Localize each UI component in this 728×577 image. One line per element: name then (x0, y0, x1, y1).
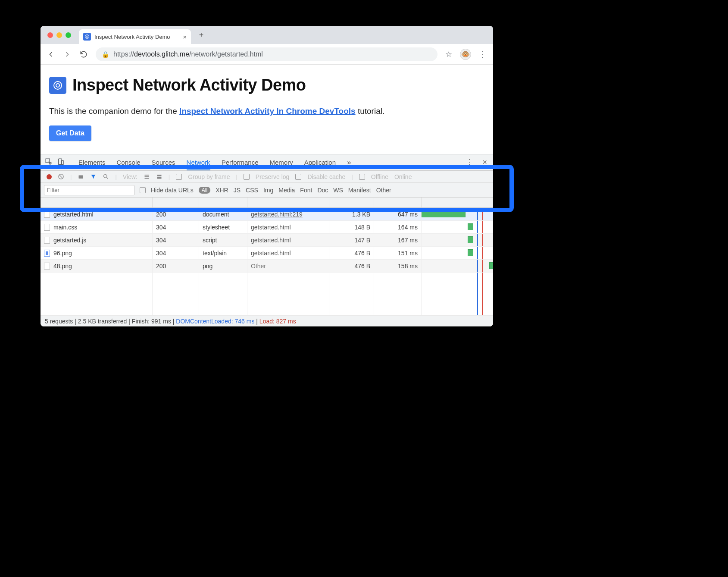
network-table-body: getstarted.html200documentgetstarted.htm… (41, 208, 493, 273)
devtools-close-icon[interactable]: × (482, 158, 487, 167)
row-type: document (203, 211, 229, 218)
row-initiator[interactable]: getstarted.html (251, 250, 291, 257)
summary-load: Load: 827 ms (259, 318, 296, 325)
filter-input[interactable] (44, 185, 134, 195)
network-table-header: Name Status Type Initiator Size Time Wat… (41, 198, 493, 208)
file-icon (44, 237, 50, 244)
table-row[interactable]: 48.png200pngOther476 B158 ms (41, 260, 493, 273)
back-button[interactable] (47, 50, 55, 59)
disable-cache-checkbox[interactable] (295, 174, 301, 180)
row-initiator[interactable]: getstarted.html (251, 237, 291, 244)
preserve-log-checkbox[interactable] (244, 174, 250, 180)
row-waterfall (422, 221, 493, 233)
summary-finish: Finish: 991 ms (132, 318, 171, 325)
page-intro: This is the companion demo for the Inspe… (49, 107, 484, 116)
row-time: 164 ms (398, 224, 418, 231)
row-time: 647 ms (398, 211, 418, 218)
inspect-element-icon[interactable] (45, 158, 53, 167)
hide-data-urls-checkbox[interactable] (140, 187, 146, 193)
page-logo-icon (49, 77, 66, 94)
reload-button[interactable] (79, 50, 88, 59)
clear-icon[interactable] (58, 173, 64, 180)
filter-category-js[interactable]: JS (234, 187, 241, 194)
filter-category-all[interactable]: All (199, 187, 210, 194)
tab-elements[interactable]: Elements (78, 159, 106, 166)
row-name: getstarted.js (53, 237, 86, 244)
browser-menu-icon[interactable]: ⋮ (479, 50, 487, 59)
devtools-menu-icon[interactable]: ⋮ (466, 158, 473, 167)
row-size: 476 B (354, 250, 370, 257)
filter-category-xhr[interactable]: XHR (216, 187, 228, 194)
tab-favicon-icon (83, 33, 91, 41)
filter-category-css[interactable]: CSS (246, 187, 258, 194)
tab-memory[interactable]: Memory (270, 159, 293, 166)
browser-tab[interactable]: Inspect Network Activity Demo × (79, 29, 191, 44)
tab-performance[interactable]: Performance (222, 159, 259, 166)
devtools-tab-bar: Elements Console Sources Network Perform… (41, 154, 493, 171)
forward-button[interactable] (63, 50, 72, 59)
offline-checkbox[interactable] (359, 174, 365, 180)
address-bar[interactable]: 🔒 https://devtools.glitch.me/network/get… (96, 47, 437, 61)
network-summary-bar: 5 requests | 2.5 KB transferred | Finish… (41, 316, 493, 326)
device-toggle-icon[interactable] (57, 158, 65, 167)
row-initiator[interactable]: getstarted.html (251, 224, 291, 231)
page-content: Inspect Network Activity Demo This is th… (41, 65, 493, 154)
svg-point-9 (104, 175, 107, 178)
group-by-frame-checkbox[interactable] (176, 174, 182, 180)
file-icon (44, 263, 50, 270)
filter-category-font[interactable]: Font (300, 187, 312, 194)
summary-dcl: DOMContentLoaded: 746 ms (176, 318, 254, 325)
row-waterfall (422, 234, 493, 246)
view-large-icon[interactable] (156, 173, 162, 180)
tab-close-icon[interactable]: × (183, 33, 187, 41)
table-row[interactable]: 96.png304text/plaingetstarted.html476 B1… (41, 247, 493, 260)
new-tab-button[interactable]: + (195, 29, 207, 41)
svg-rect-14 (157, 177, 161, 179)
bookmark-star-icon[interactable]: ☆ (445, 50, 452, 59)
camera-icon[interactable] (78, 173, 84, 180)
filter-category-manifest[interactable]: Manifest (348, 187, 371, 194)
col-header-status[interactable]: Status (153, 198, 199, 207)
tab-application[interactable]: Application (304, 159, 336, 166)
filter-category-doc[interactable]: Doc (317, 187, 328, 194)
tutorial-link[interactable]: Inspect Network Activity In Chrome DevTo… (179, 107, 356, 116)
row-status: 304 (156, 250, 166, 257)
row-waterfall (422, 247, 493, 259)
col-header-initiator[interactable]: Initiator (247, 198, 329, 207)
svg-point-1 (86, 36, 88, 38)
row-status: 304 (156, 237, 166, 244)
get-data-button[interactable]: Get Data (49, 125, 91, 141)
filter-category-img[interactable]: Img (263, 187, 273, 194)
tabs-overflow-icon[interactable]: » (347, 158, 351, 167)
table-row[interactable]: getstarted.html200documentgetstarted.htm… (41, 208, 493, 221)
window-close-button[interactable] (47, 32, 53, 38)
tab-sources[interactable]: Sources (152, 159, 175, 166)
tab-network[interactable]: Network (187, 159, 210, 170)
filter-category-ws[interactable]: WS (333, 187, 343, 194)
table-row[interactable]: main.css304stylesheetgetstarted.html148 … (41, 221, 493, 234)
filter-icon[interactable] (90, 173, 97, 180)
col-header-type[interactable]: Type (199, 198, 247, 207)
col-header-waterfall[interactable]: Waterfall (422, 198, 493, 207)
col-header-name[interactable]: Name (41, 198, 153, 207)
window-minimize-button[interactable] (56, 32, 62, 38)
table-row[interactable]: getstarted.js304scriptgetstarted.html147… (41, 234, 493, 247)
col-header-time[interactable]: Time (374, 198, 422, 207)
filter-category-media[interactable]: Media (278, 187, 295, 194)
svg-rect-12 (144, 178, 149, 179)
view-list-icon[interactable] (144, 173, 150, 180)
svg-point-2 (54, 82, 62, 89)
filter-category-other[interactable]: Other (376, 187, 391, 194)
window-zoom-button[interactable] (66, 32, 71, 38)
row-type: png (203, 263, 212, 270)
profile-avatar[interactable]: 🐵 (460, 49, 471, 60)
tab-console[interactable]: Console (117, 159, 141, 166)
row-initiator[interactable]: getstarted.html:219 (251, 211, 303, 218)
row-name: main.css (53, 224, 77, 231)
record-icon[interactable] (47, 174, 52, 179)
svg-rect-8 (79, 175, 83, 179)
search-icon[interactable] (103, 173, 109, 180)
col-header-size[interactable]: Size (329, 198, 374, 207)
network-filter-bar: Hide data URLs All XHR JS CSS Img Media … (41, 183, 493, 198)
page-title: Inspect Network Activity Demo (72, 76, 306, 94)
